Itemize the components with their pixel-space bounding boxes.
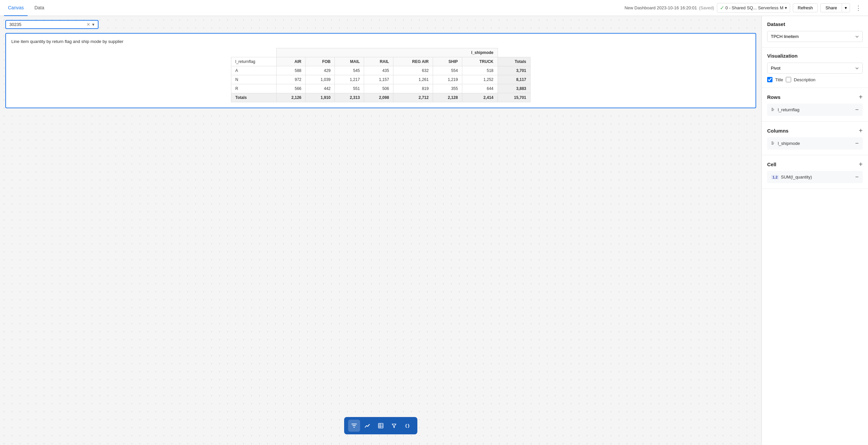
tab-data[interactable]: Data: [30, 0, 48, 16]
table-row: A 588 429 545 435 632 554 518 3,701: [231, 66, 530, 75]
visualization-select[interactable]: Pivot: [767, 63, 863, 73]
columns-item-left: l_shipmode: [771, 141, 800, 146]
cell-mail: 551: [335, 84, 364, 93]
totals-rail: 2,098: [364, 93, 393, 102]
cell-add-button[interactable]: +: [859, 160, 863, 168]
columns-label: Columns: [767, 128, 788, 134]
title-label: Title: [775, 77, 783, 82]
cell-fob: 442: [306, 84, 335, 93]
cell-truck: 518: [462, 66, 498, 75]
dataset-select[interactable]: TPCH lineitem: [767, 31, 863, 42]
filter-bar: 30235 ✕ ▾: [0, 16, 762, 32]
svg-rect-4: [772, 108, 773, 109]
rows-header: Rows +: [767, 93, 863, 101]
cell-air: 588: [276, 66, 306, 75]
refresh-button[interactable]: Refresh: [793, 3, 818, 12]
cell-total: 8,117: [498, 75, 530, 84]
description-label: Description: [794, 77, 815, 82]
filter-clear-icon[interactable]: ✕: [87, 22, 90, 27]
cell-item: 1.2 SUM(l_quantity) −: [767, 171, 863, 183]
filter-caret-icon[interactable]: ▾: [92, 22, 95, 27]
col-ship-header: SHIP: [433, 57, 462, 66]
toolbar-chart-btn[interactable]: [362, 420, 373, 432]
toolbar-table-btn[interactable]: [375, 420, 387, 432]
canvas-area[interactable]: 30235 ✕ ▾ Line item quantity by return f…: [0, 16, 762, 445]
cell-ship: 554: [433, 66, 462, 75]
connection-selector[interactable]: ✓ 0 - Shared SQ... Serverless M ▾: [717, 3, 790, 13]
rows-item: l_returnflag −: [767, 103, 863, 116]
row-flag: A: [231, 66, 277, 75]
svg-rect-7: [772, 142, 773, 142]
cell-total: 3,883: [498, 84, 530, 93]
description-checkbox[interactable]: [786, 77, 791, 82]
columns-item-remove-button[interactable]: −: [855, 140, 859, 147]
cell-regair: 819: [393, 84, 433, 93]
cell-regair: 1,261: [393, 75, 433, 84]
totals-air: 2,126: [276, 93, 306, 102]
share-caret-button[interactable]: ▾: [842, 3, 850, 12]
toolbar-code-btn[interactable]: {}: [401, 420, 413, 432]
columns-header: Columns +: [767, 127, 863, 135]
rows-label: Rows: [767, 94, 780, 100]
totals-ship: 2,128: [433, 93, 462, 102]
cell-item-badge: 1.2: [771, 175, 779, 180]
columns-section: Columns + l_shipmode −: [762, 122, 868, 155]
right-panel: Dataset TPCH lineitem Visualization Pivo…: [762, 16, 868, 445]
dataset-section: Dataset TPCH lineitem: [762, 16, 868, 48]
svg-rect-0: [378, 423, 383, 428]
rows-item-icon: [771, 107, 776, 113]
cell-truck: 644: [462, 84, 498, 93]
cell-section: Cell + 1.2 SUM(l_quantity) −: [762, 155, 868, 189]
col-air-header: AIR: [276, 57, 306, 66]
columns-item-label: l_shipmode: [778, 141, 800, 146]
cell-label: Cell: [767, 161, 776, 167]
rows-item-remove-button[interactable]: −: [855, 106, 859, 113]
connection-type: Serverless: [758, 5, 778, 10]
cell-item-remove-button[interactable]: −: [855, 174, 859, 181]
svg-rect-9: [772, 144, 773, 145]
columns-item: l_shipmode −: [767, 137, 863, 150]
table-row: R 566 442 551 506 819 355 644 3,883: [231, 84, 530, 93]
cell-mail: 1,217: [335, 75, 364, 84]
cell-fob: 429: [306, 66, 335, 75]
svg-rect-5: [772, 109, 774, 110]
rows-add-button[interactable]: +: [859, 93, 863, 101]
chart-container: Line item quantity by return flag and sh…: [5, 33, 756, 108]
totals-regair: 2,712: [393, 93, 433, 102]
col-group-header: l_shipmode: [276, 48, 498, 57]
row-flag: R: [231, 84, 277, 93]
cell-ship: 1,219: [433, 75, 462, 84]
cell-truck: 1,252: [462, 75, 498, 84]
col-mail-header: MAIL: [335, 57, 364, 66]
cell-fob: 1,039: [306, 75, 335, 84]
svg-rect-6: [772, 110, 773, 111]
saved-status: (Saved): [699, 5, 714, 10]
row-flag: N: [231, 75, 277, 84]
totals-truck: 2,414: [462, 93, 498, 102]
toolbar-filter2-btn[interactable]: [388, 420, 400, 432]
filter-tag[interactable]: 30235 ✕ ▾: [5, 20, 98, 29]
share-button[interactable]: Share: [820, 3, 842, 12]
columns-add-button[interactable]: +: [859, 127, 863, 135]
tab-canvas[interactable]: Canvas: [4, 0, 28, 16]
cell-header: Cell +: [767, 160, 863, 168]
cell-regair: 632: [393, 66, 433, 75]
columns-item-icon: [771, 141, 776, 146]
svg-rect-8: [772, 143, 774, 144]
more-options-button[interactable]: ⋮: [853, 3, 864, 13]
connection-name: 0 - Shared SQ...: [725, 5, 757, 10]
cell-air: 566: [276, 84, 306, 93]
cell-mail: 545: [335, 66, 364, 75]
totals-total: 15,701: [498, 93, 530, 102]
rows-item-left: l_returnflag: [771, 107, 800, 113]
main-layout: 30235 ✕ ▾ Line item quantity by return f…: [0, 16, 868, 445]
visualization-label: Visualization: [767, 53, 863, 59]
cell-item-label: SUM(l_quantity): [781, 175, 812, 180]
totals-fob: 1,910: [306, 93, 335, 102]
visualization-section: Visualization Pivot Title Description: [762, 48, 868, 88]
col-returnflag-header: l_returnflag: [231, 57, 277, 66]
toolbar-filter-btn[interactable]: [348, 420, 360, 432]
title-checkbox[interactable]: [767, 77, 773, 82]
top-nav: Canvas Data New Dashboard 2023-10-16 16:…: [0, 0, 868, 16]
col-truck-header: TRUCK: [462, 57, 498, 66]
